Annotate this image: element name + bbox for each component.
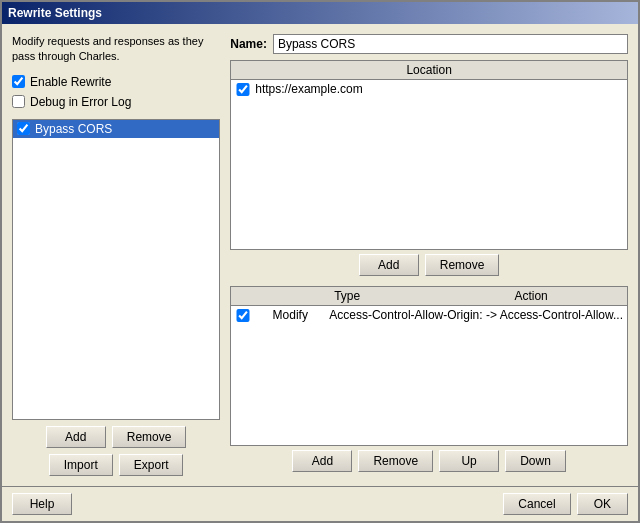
set-item-checkbox[interactable] <box>17 122 30 135</box>
location-header-cell: Location <box>235 63 623 77</box>
sets-remove-button[interactable]: Remove <box>112 426 187 448</box>
sets-import-button[interactable]: Import <box>49 454 113 476</box>
location-remove-button[interactable]: Remove <box>425 254 500 276</box>
name-label: Name: <box>230 37 267 51</box>
help-button[interactable]: Help <box>12 493 72 515</box>
enable-rewrite-row: Enable Rewrite <box>12 75 220 89</box>
rule-row[interactable]: Modify Access-Control-Allow-Origin: -> A… <box>231 306 627 324</box>
rules-up-button[interactable]: Up <box>439 450 499 472</box>
left-panel: Modify requests and responses as they pa… <box>12 34 220 476</box>
debug-row: Debug in Error Log <box>12 95 220 109</box>
rules-down-button[interactable]: Down <box>505 450 566 472</box>
enable-rewrite-checkbox[interactable] <box>12 75 25 88</box>
rule-action: Access-Control-Allow-Origin: -> Access-C… <box>329 308 623 322</box>
location-row[interactable]: https://example.com <box>231 80 627 98</box>
rules-table: Type Action Modify Access-Control-Allow-… <box>230 286 628 446</box>
sets-add-button[interactable]: Add <box>46 426 106 448</box>
title-bar: Rewrite Settings <box>2 2 638 24</box>
rules-action-header: Action <box>439 289 623 303</box>
description-text: Modify requests and responses as they pa… <box>12 34 220 65</box>
window-title: Rewrite Settings <box>8 6 102 20</box>
sets-buttons-row: Add Remove <box>12 426 220 448</box>
location-buttons: Add Remove <box>230 250 628 280</box>
enable-rewrite-label: Enable Rewrite <box>30 75 111 89</box>
location-table: Location https://example.com <box>230 60 628 250</box>
rules-section: Type Action Modify Access-Control-Allow-… <box>230 286 628 476</box>
cancel-button[interactable]: Cancel <box>503 493 570 515</box>
ok-button[interactable]: OK <box>577 493 628 515</box>
rule-checkbox[interactable] <box>235 309 251 322</box>
debug-checkbox[interactable] <box>12 95 25 108</box>
name-input[interactable] <box>273 34 628 54</box>
location-header: Location <box>231 61 627 80</box>
rules-buttons: Add Remove Up Down <box>230 446 628 476</box>
right-panel: Name: Location https://example.com <box>230 34 628 476</box>
debug-label: Debug in Error Log <box>30 95 131 109</box>
sets-import-export-row: Import Export <box>12 454 220 476</box>
location-checkbox[interactable] <box>235 83 251 96</box>
footer-right: Cancel OK <box>503 493 628 515</box>
rule-type: Modify <box>255 308 325 322</box>
rules-type-header: Type <box>255 289 439 303</box>
sets-list[interactable]: Bypass CORS <box>12 119 220 420</box>
sets-export-button[interactable]: Export <box>119 454 184 476</box>
name-row: Name: <box>230 34 628 54</box>
set-item-label: Bypass CORS <box>35 122 112 136</box>
location-section: Location https://example.com Add Remove <box>230 60 628 280</box>
list-item[interactable]: Bypass CORS <box>13 120 219 138</box>
rules-add-button[interactable]: Add <box>292 450 352 472</box>
rules-list[interactable]: Modify Access-Control-Allow-Origin: -> A… <box>231 306 627 445</box>
rewrite-settings-window: Rewrite Settings Modify requests and res… <box>0 0 640 523</box>
rules-remove-button[interactable]: Remove <box>358 450 433 472</box>
footer: Help Cancel OK <box>2 486 638 521</box>
location-url: https://example.com <box>255 82 623 96</box>
location-list[interactable]: https://example.com <box>231 80 627 249</box>
rules-header: Type Action <box>231 287 627 306</box>
location-add-button[interactable]: Add <box>359 254 419 276</box>
